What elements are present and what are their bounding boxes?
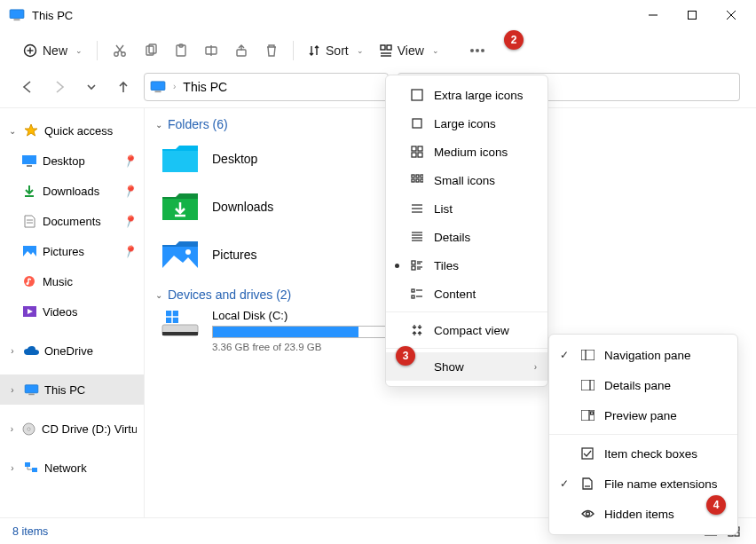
pin-icon: 📍 — [121, 152, 138, 170]
chevron-down-icon: ⌄ — [155, 290, 162, 300]
eye-icon — [579, 507, 595, 521]
menu-separator — [386, 311, 547, 312]
cut-button[interactable] — [105, 36, 135, 65]
menu-item-compact-view[interactable]: Compact view — [386, 316, 547, 344]
sidebar-item-videos[interactable]: Videos — [0, 296, 144, 327]
svg-rect-50 — [162, 332, 198, 335]
list-icon — [409, 201, 425, 216]
paste-button[interactable] — [167, 36, 195, 65]
submenu-item-check-boxes[interactable]: Item check boxes — [549, 438, 737, 469]
rename-button[interactable] — [197, 36, 225, 65]
menu-item-label: Extra large icons — [434, 89, 524, 102]
chevron-down-icon: ⌄ — [432, 46, 439, 55]
svg-rect-39 — [28, 393, 35, 395]
svg-rect-21 — [387, 45, 391, 50]
titlebar: This PC — [0, 0, 756, 30]
address-row: › This PC — [0, 71, 756, 108]
navigation-pane: ⌄ Quick access Desktop 📍 Downloads 📍 Doc… — [0, 108, 145, 517]
sidebar-item-label: OneDrive — [44, 344, 93, 358]
expand-icon[interactable]: › — [7, 346, 18, 356]
sidebar-item-downloads[interactable]: Downloads 📍 — [0, 176, 144, 206]
submenu-item-details-pane[interactable]: Details pane — [549, 370, 737, 400]
collapse-icon[interactable]: ⌄ — [7, 126, 18, 136]
pin-icon: 📍 — [121, 182, 138, 200]
share-button[interactable] — [227, 36, 256, 65]
submenu-item-file-extensions[interactable]: ✓ File name extensions — [549, 469, 737, 499]
window-title: This PC — [32, 9, 73, 22]
videos-icon — [21, 304, 37, 319]
submenu-item-preview-pane[interactable]: Preview pane — [549, 400, 737, 430]
folder-icon — [161, 142, 200, 176]
menu-item-label: Medium icons — [434, 146, 508, 159]
expand-icon[interactable]: › — [7, 463, 18, 473]
view-button[interactable]: View ⌄ — [373, 36, 446, 65]
sidebar-item-pictures[interactable]: Pictures 📍 — [0, 236, 144, 266]
maximize-button[interactable] — [673, 2, 712, 28]
drive-free-text: 3.36 GB free of 23.9 GB — [212, 342, 388, 352]
menu-item-label: Compact view — [434, 324, 509, 337]
svg-rect-38 — [25, 384, 38, 392]
medium-icons-icon — [409, 145, 425, 159]
details-icon — [409, 230, 425, 244]
this-pc-icon — [150, 81, 166, 93]
address-bar[interactable]: › This PC — [144, 73, 389, 101]
sidebar-quick-access[interactable]: ⌄ Quick access — [0, 115, 144, 146]
sidebar-this-pc[interactable]: › This PC — [0, 374, 144, 405]
expand-icon[interactable]: › — [7, 424, 17, 434]
up-button[interactable] — [112, 75, 135, 99]
copy-button[interactable] — [137, 36, 165, 65]
menu-item-medium-icons[interactable]: Medium icons — [386, 138, 547, 166]
minimize-button[interactable] — [634, 2, 673, 28]
new-button[interactable]: New ⌄ — [16, 36, 90, 65]
forward-button[interactable] — [48, 75, 71, 99]
menu-item-label: Details — [434, 231, 470, 244]
svg-rect-81 — [412, 296, 414, 298]
menu-item-details[interactable]: Details — [386, 223, 547, 251]
back-button[interactable] — [16, 75, 39, 99]
drive-info: Local Disk (C:) 3.36 GB free of 23.9 GB — [212, 309, 388, 352]
sidebar-item-label: Documents — [43, 215, 101, 228]
svg-rect-60 — [412, 175, 414, 177]
tiles-icon — [409, 258, 425, 272]
delete-button[interactable] — [257, 36, 286, 65]
menu-item-extra-large-icons[interactable]: Extra large icons — [386, 81, 547, 109]
submenu-item-label: Item check boxes — [604, 447, 697, 461]
more-button[interactable] — [462, 36, 492, 65]
menu-item-list[interactable]: List — [386, 194, 547, 223]
sidebar-cd-drive[interactable]: › CD Drive (D:) Virtual — [0, 414, 144, 444]
sidebar-item-label: Videos — [43, 305, 78, 319]
menu-item-content[interactable]: Content — [386, 280, 547, 308]
svg-rect-65 — [421, 179, 423, 182]
svg-rect-63 — [412, 179, 414, 182]
sidebar-item-music[interactable]: Music — [0, 266, 144, 296]
submenu-item-label: Hidden items — [604, 508, 674, 521]
compact-icon — [409, 323, 425, 337]
svg-rect-90 — [582, 448, 593, 459]
sidebar-item-desktop[interactable]: Desktop 📍 — [0, 146, 144, 176]
expand-icon[interactable]: › — [7, 385, 18, 395]
svg-point-26 — [481, 50, 484, 52]
sort-button[interactable]: Sort ⌄ — [301, 36, 371, 65]
svg-rect-42 — [25, 462, 30, 467]
svg-rect-85 — [581, 380, 595, 390]
svg-rect-55 — [413, 119, 421, 128]
menu-item-label: Content — [434, 288, 476, 301]
sidebar-onedrive[interactable]: › OneDrive — [0, 335, 144, 366]
recent-button[interactable] — [80, 75, 103, 99]
group-label: Devices and drives (2) — [168, 288, 291, 302]
folder-label: Pictures — [212, 248, 257, 262]
sidebar-network[interactable]: › Network — [0, 453, 144, 483]
sidebar-item-documents[interactable]: Documents 📍 — [0, 206, 144, 236]
cloud-icon — [23, 343, 39, 358]
sidebar-item-label: Quick access — [44, 124, 113, 138]
svg-rect-54 — [412, 90, 422, 100]
svg-rect-57 — [418, 146, 422, 151]
submenu-item-label: Details pane — [604, 379, 671, 392]
chevron-down-icon: ⌄ — [155, 120, 162, 130]
menu-item-small-icons[interactable]: Small icons — [386, 166, 547, 194]
close-button[interactable] — [712, 2, 751, 28]
submenu-item-navigation-pane[interactable]: ✓ Navigation pane — [549, 340, 737, 370]
menu-item-large-icons[interactable]: Large icons — [386, 109, 547, 138]
menu-item-tiles[interactable]: Tiles — [386, 251, 547, 280]
check-icon: ✓ — [558, 349, 571, 361]
